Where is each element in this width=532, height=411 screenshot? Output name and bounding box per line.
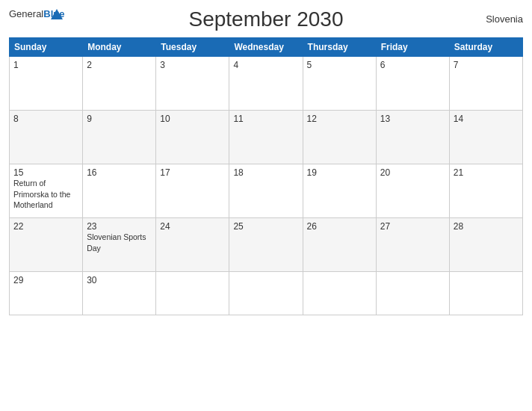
day-number: 7: [454, 60, 519, 70]
calendar-cell-1-6: 14: [449, 111, 522, 164]
calendar-cell-4-1: 30: [83, 272, 156, 315]
calendar-cell-3-6: 28: [449, 218, 522, 272]
calendar-cell-0-6: 7: [449, 57, 522, 111]
day-number: 21: [454, 167, 519, 178]
calendar-cell-2-4: 19: [303, 164, 376, 218]
calendar-cell-1-5: 13: [376, 111, 449, 164]
day-number: 12: [307, 114, 372, 124]
weekday-header-saturday: Saturday: [449, 38, 522, 57]
calendar-cell-0-2: 3: [156, 57, 229, 111]
week-row-4: 2930: [10, 272, 523, 315]
logo-general-text: General: [9, 8, 43, 19]
event-text: Slovenian Sports Day: [87, 232, 146, 253]
day-number: 3: [160, 60, 225, 70]
calendar-cell-0-5: 6: [376, 57, 449, 111]
day-number: 19: [307, 167, 372, 178]
weekday-header-monday: Monday: [83, 38, 156, 57]
calendar-cell-0-0: 1: [10, 57, 83, 111]
calendar-cell-2-6: 21: [449, 164, 522, 218]
calendar-cell-4-4: [303, 272, 376, 315]
calendar-cell-3-4: 26: [303, 218, 376, 272]
weekday-header-tuesday: Tuesday: [156, 38, 229, 57]
day-number: 17: [160, 167, 225, 178]
day-number: 4: [233, 60, 298, 70]
calendar-cell-4-5: [376, 272, 449, 315]
day-number: 14: [454, 114, 519, 124]
calendar-container: GeneralBlue September 2030 Slovenia Sund…: [0, 0, 532, 411]
week-row-2: 15Return of Primorska to the Motherland1…: [10, 164, 523, 218]
calendar-cell-2-2: 17: [156, 164, 229, 218]
calendar-cell-1-1: 9: [83, 111, 156, 164]
day-number: 6: [380, 60, 445, 70]
calendar-cell-3-3: 25: [229, 218, 303, 272]
day-number: 1: [13, 60, 78, 70]
day-number: 11: [233, 114, 298, 124]
day-number: 23: [87, 221, 152, 232]
calendar-cell-3-1: 23Slovenian Sports Day: [83, 218, 156, 272]
day-number: 10: [160, 114, 225, 124]
calendar-cell-2-1: 16: [83, 164, 156, 218]
calendar-table: SundayMondayTuesdayWednesdayThursdayFrid…: [9, 37, 523, 315]
day-number: 16: [87, 167, 152, 178]
day-number: 24: [160, 221, 225, 232]
calendar-cell-0-3: 4: [229, 57, 303, 111]
day-number: 18: [233, 167, 298, 178]
day-number: 28: [454, 221, 519, 232]
calendar-cell-4-2: [156, 272, 229, 315]
logo-triangle-icon: [51, 9, 63, 19]
day-number: 25: [233, 221, 298, 232]
country-label: Slovenia: [486, 13, 523, 25]
day-number: 20: [380, 167, 445, 178]
calendar-cell-4-3: [229, 272, 303, 315]
event-text: Return of Primorska to the Motherland: [13, 179, 70, 209]
weekday-header-friday: Friday: [376, 38, 449, 57]
calendar-cell-4-6: [449, 272, 522, 315]
calendar-cell-0-4: 5: [303, 57, 376, 111]
calendar-cell-1-3: 11: [229, 111, 303, 164]
day-number: 8: [13, 114, 78, 124]
day-number: 27: [380, 221, 445, 232]
day-number: 15: [13, 167, 78, 178]
day-number: 13: [380, 114, 445, 124]
weekday-header-sunday: Sunday: [10, 38, 83, 57]
day-number: 5: [307, 60, 372, 70]
calendar-title: September 2030: [188, 7, 343, 31]
day-number: 2: [87, 60, 152, 70]
calendar-cell-3-5: 27: [376, 218, 449, 272]
day-number: 9: [87, 114, 152, 124]
day-number: 26: [307, 221, 372, 232]
calendar-cell-2-5: 20: [376, 164, 449, 218]
weekday-header-row: SundayMondayTuesdayWednesdayThursdayFrid…: [10, 38, 523, 57]
calendar-cell-1-0: 8: [10, 111, 83, 164]
calendar-cell-1-2: 10: [156, 111, 229, 164]
week-row-3: 2223Slovenian Sports Day2425262728: [10, 218, 523, 272]
logo: GeneralBlue: [9, 7, 64, 19]
calendar-cell-2-3: 18: [229, 164, 303, 218]
calendar-header: GeneralBlue September 2030 Slovenia: [9, 7, 523, 31]
day-number: 29: [13, 275, 78, 285]
weekday-header-thursday: Thursday: [303, 38, 376, 57]
calendar-cell-1-4: 12: [303, 111, 376, 164]
calendar-cell-3-0: 22: [10, 218, 83, 272]
calendar-cell-4-0: 29: [10, 272, 83, 315]
calendar-cell-3-2: 24: [156, 218, 229, 272]
week-row-0: 1234567: [10, 57, 523, 111]
calendar-cell-0-1: 2: [83, 57, 156, 111]
weekday-header-wednesday: Wednesday: [229, 38, 303, 57]
calendar-cell-2-0: 15Return of Primorska to the Motherland: [10, 164, 83, 218]
day-number: 22: [13, 221, 78, 232]
week-row-1: 891011121314: [10, 111, 523, 164]
day-number: 30: [87, 275, 152, 285]
